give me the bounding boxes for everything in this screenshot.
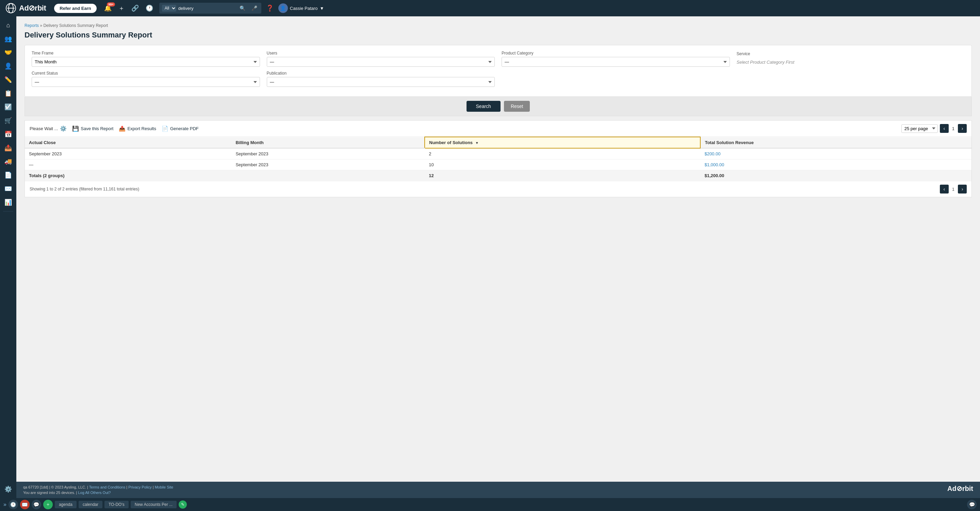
- time-frame-group: Time Frame This Month Last Month This Qu…: [32, 51, 260, 67]
- filter-panel: Time Frame This Month Last Month This Qu…: [24, 45, 972, 97]
- bottom-page-num: 1: [951, 187, 956, 192]
- revenue-link-2[interactable]: $1,000.00: [705, 162, 724, 167]
- please-wait-text: Please Wait ...: [30, 126, 58, 131]
- sidebar-item-contacts[interactable]: 👤: [2, 60, 14, 72]
- bottom-prev-page-button[interactable]: ‹: [940, 185, 949, 193]
- taskbar-chat-bubble[interactable]: 💬: [967, 500, 977, 509]
- notifications-button[interactable]: 🔔 99+: [102, 3, 114, 13]
- refer-earn-button[interactable]: Refer and Earn: [54, 4, 96, 13]
- taskbar-email-icon[interactable]: ✉️: [20, 500, 30, 509]
- totals-num-solutions: 12: [425, 170, 700, 181]
- taskbar-edit-button[interactable]: ✎: [179, 500, 187, 509]
- col-num-solutions[interactable]: Number of Solutions ▼: [425, 137, 700, 148]
- privacy-policy-link[interactable]: Privacy Policy: [128, 485, 151, 489]
- product-category-group: Product Category —: [501, 51, 730, 67]
- breadcrumb-reports-link[interactable]: Reports: [24, 23, 39, 28]
- taskbar-tab-todos[interactable]: TO-DO's: [105, 501, 129, 508]
- sidebar-item-truck[interactable]: 🚚: [2, 155, 14, 168]
- search-scope-select[interactable]: All: [162, 5, 176, 11]
- save-report-icon: 💾: [72, 125, 79, 132]
- per-page-select[interactable]: 25 per page 10 per page 50 per page 100 …: [901, 125, 938, 133]
- sort-arrow-icon: ▼: [476, 141, 479, 145]
- user-dropdown-arrow[interactable]: ▼: [320, 6, 324, 11]
- logo-area: Ad⊘rbit: [5, 3, 46, 14]
- taskbar-tab-calendar[interactable]: calendar: [79, 501, 102, 508]
- sidebar-item-report[interactable]: 📊: [2, 196, 14, 209]
- export-results-button[interactable]: 📤 Export Results: [119, 125, 156, 132]
- history-button[interactable]: 🕐: [143, 3, 155, 13]
- loading-spinner: ⚙️: [60, 125, 67, 132]
- sidebar-item-tasks[interactable]: ☑️: [2, 101, 14, 113]
- sidebar-item-calendar[interactable]: 📅: [2, 128, 14, 141]
- publication-select[interactable]: —: [267, 77, 495, 87]
- results-footer: Showing 1 to 2 of 2 entries (filtered fr…: [25, 181, 972, 197]
- terms-conditions-link[interactable]: Terms and Conditions: [89, 485, 125, 489]
- bottom-next-page-button[interactable]: ›: [958, 185, 967, 193]
- publication-group: Publication —: [267, 71, 495, 87]
- page-title: Delivery Solutions Summary Report: [24, 31, 972, 40]
- totals-row: Totals (2 groups) 12 $1,200.00: [25, 170, 972, 181]
- logo-text: Ad⊘rbit: [19, 4, 46, 13]
- search-icon-button[interactable]: 🔍: [237, 4, 247, 12]
- results-toolbar: Please Wait ... ⚙️ 💾 Save this Report 📤 …: [25, 121, 972, 137]
- sidebar-item-handshake[interactable]: 🤝: [2, 46, 14, 59]
- search-input[interactable]: [178, 6, 235, 11]
- next-page-button[interactable]: ›: [958, 124, 967, 133]
- sidebar-item-people[interactable]: 👥: [2, 33, 14, 45]
- table-row: — September 2023 10 $1,000.00: [25, 160, 972, 170]
- col-billing-month[interactable]: Billing Month: [231, 137, 425, 148]
- footer-logo: Ad⊘rbit: [947, 484, 973, 493]
- button-row: Search Reset: [24, 97, 972, 116]
- taskbar-tab-agenda[interactable]: agenda: [55, 501, 76, 508]
- users-label: Users: [267, 51, 495, 56]
- cell-num-solutions-2: 10: [425, 160, 700, 170]
- generate-pdf-button[interactable]: 📄 Generate PDF: [162, 125, 199, 132]
- avatar: 👤: [278, 3, 288, 13]
- sidebar-item-document[interactable]: 📄: [2, 169, 14, 181]
- sidebar-item-orders[interactable]: 📋: [2, 87, 14, 99]
- taskbar-clock-icon[interactable]: 🕐: [8, 500, 18, 509]
- users-select[interactable]: —: [267, 57, 495, 67]
- user-area: 👤 Cassie Pataro ▼: [278, 3, 324, 13]
- product-category-label: Product Category: [501, 51, 730, 56]
- current-status-select[interactable]: —: [32, 77, 260, 87]
- results-area: Please Wait ... ⚙️ 💾 Save this Report 📤 …: [24, 120, 972, 197]
- mic-button[interactable]: 🎤: [250, 4, 259, 12]
- taskbar: » 🕐 ✉️ 💬 ＋ agenda calendar TO-DO's New A…: [0, 498, 980, 511]
- add-button[interactable]: ＋: [116, 3, 127, 14]
- log-out-link[interactable]: Log All Others Out?: [78, 490, 111, 495]
- footer-copyright: qa 67720 [1dd] | © 2023 Aysling, LLC. |: [23, 485, 88, 489]
- save-report-button[interactable]: 💾 Save this Report: [72, 125, 113, 132]
- sidebar-item-settings[interactable]: ⚙️: [2, 483, 14, 495]
- reset-button[interactable]: Reset: [504, 101, 530, 112]
- search-button[interactable]: Search: [466, 101, 501, 112]
- sidebar-item-leads[interactable]: ✏️: [2, 73, 14, 86]
- totals-label: Totals (2 groups): [25, 170, 231, 181]
- collapse-button[interactable]: »: [3, 501, 6, 508]
- please-wait: Please Wait ... ⚙️: [30, 125, 67, 132]
- product-category-select[interactable]: —: [501, 57, 730, 67]
- totals-revenue: $1,200.00: [700, 170, 972, 181]
- taskbar-tab-new-accounts[interactable]: New Accounts Per ...: [130, 501, 177, 508]
- taskbar-chat-icon[interactable]: 💬: [32, 500, 41, 509]
- sidebar-item-cart[interactable]: 🛒: [2, 115, 14, 127]
- report-table: Actual Close Billing Month Number of Sol…: [25, 137, 972, 181]
- sidebar-item-send[interactable]: 📤: [2, 142, 14, 154]
- cell-num-solutions-1: 2: [425, 148, 700, 160]
- breadcrumb: Reports » Delivery Solutions Summary Rep…: [24, 23, 972, 28]
- sidebar-item-home[interactable]: ⌂: [2, 19, 14, 31]
- link-button[interactable]: 🔗: [129, 3, 141, 13]
- revenue-link-1[interactable]: $200.00: [705, 151, 721, 156]
- mobile-site-link[interactable]: Mobile Site: [155, 485, 173, 489]
- save-report-label: Save this Report: [81, 126, 113, 131]
- col-total-revenue[interactable]: Total Solution Revenue: [700, 137, 972, 148]
- help-button[interactable]: ❓: [264, 3, 275, 13]
- page-footer: qa 67720 [1dd] | © 2023 Aysling, LLC. | …: [16, 482, 980, 498]
- export-results-icon: 📤: [119, 125, 126, 132]
- prev-page-button[interactable]: ‹: [940, 124, 949, 133]
- sidebar-item-mail[interactable]: ✉️: [2, 183, 14, 195]
- notification-badge: 99+: [107, 2, 115, 6]
- taskbar-add-icon[interactable]: ＋: [43, 500, 53, 509]
- col-actual-close[interactable]: Actual Close: [25, 137, 231, 148]
- time-frame-select[interactable]: This Month Last Month This Quarter This …: [32, 57, 260, 67]
